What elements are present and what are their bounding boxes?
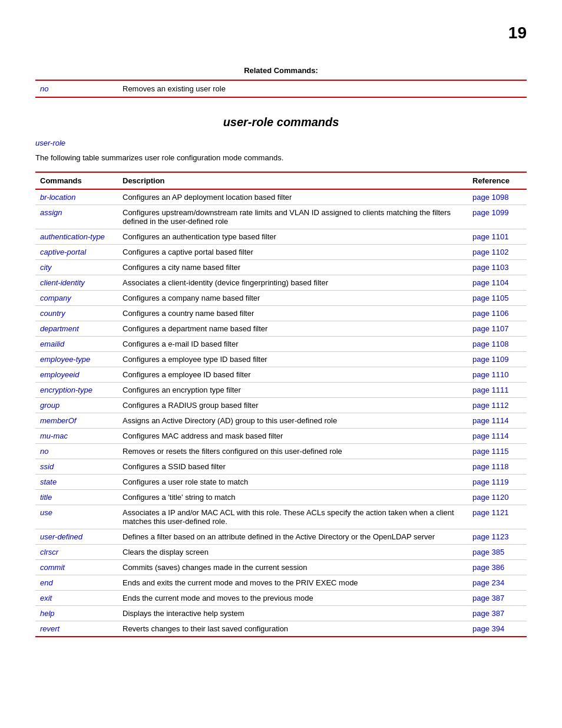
- desc-cell: Removes or resets the filters configured…: [118, 444, 468, 459]
- cmd-cell[interactable]: employeeid: [35, 367, 118, 383]
- ref-cell[interactable]: page 1123: [468, 529, 527, 545]
- related-commands-section: Related Commands: no Removes an existing…: [35, 66, 527, 98]
- desc-cell: Configures a SSID based filter: [118, 459, 468, 475]
- cmd-cell[interactable]: ssid: [35, 459, 118, 475]
- cmd-cell[interactable]: client-identity: [35, 275, 118, 291]
- cmd-cell[interactable]: employee-type: [35, 352, 118, 367]
- desc-cell: Associates a IP and/or MAC ACL with this…: [118, 505, 468, 529]
- table-row: title Configures a 'title' string to mat…: [35, 490, 527, 505]
- desc-cell: Configures upstream/downstream rate limi…: [118, 205, 468, 229]
- desc-cell: Configures a e-mail ID based filter: [118, 337, 468, 352]
- ref-cell[interactable]: page 1109: [468, 352, 527, 367]
- desc-cell: Associates a client-identity (device fin…: [118, 275, 468, 291]
- related-commands-title: Related Commands:: [35, 66, 527, 75]
- ref-cell[interactable]: page 1114: [468, 413, 527, 429]
- cmd-cell[interactable]: captive-portal: [35, 245, 118, 260]
- ref-cell[interactable]: page 385: [468, 545, 527, 560]
- cmd-cell[interactable]: company: [35, 291, 118, 306]
- ref-cell[interactable]: page 1115: [468, 444, 527, 459]
- desc-cell: Defines a filter based on an attribute d…: [118, 529, 468, 545]
- table-row: memberOf Assigns an Active Directory (AD…: [35, 413, 527, 429]
- ref-cell[interactable]: page 1119: [468, 475, 527, 490]
- table-row: country Configures a country name based …: [35, 306, 527, 321]
- cmd-cell[interactable]: user-defined: [35, 529, 118, 545]
- cmd-cell[interactable]: memberOf: [35, 413, 118, 429]
- cmd-cell[interactable]: group: [35, 398, 118, 413]
- table-row: employee-type Configures a employee type…: [35, 352, 527, 367]
- ref-cell[interactable]: page 1114: [468, 429, 527, 444]
- desc-cell: Configures a department name based filte…: [118, 321, 468, 337]
- cmd-cell[interactable]: department: [35, 321, 118, 337]
- cmd-cell[interactable]: encryption-type: [35, 383, 118, 398]
- desc-cell: Configures an AP deployment location bas…: [118, 189, 468, 205]
- cmd-cell[interactable]: authentication-type: [35, 229, 118, 245]
- cmd-cell[interactable]: city: [35, 260, 118, 275]
- ref-cell[interactable]: page 1120: [468, 490, 527, 505]
- desc-cell: Configures a user role state to match: [118, 475, 468, 490]
- ref-cell[interactable]: page 1105: [468, 291, 527, 306]
- ref-cell[interactable]: page 387: [468, 591, 527, 606]
- ref-cell[interactable]: page 1107: [468, 321, 527, 337]
- cmd-cell[interactable]: end: [35, 575, 118, 591]
- cmd-cell[interactable]: title: [35, 490, 118, 505]
- cmd-cell[interactable]: commit: [35, 560, 118, 575]
- table-row: company Configures a company name based …: [35, 291, 527, 306]
- table-row: captive-portal Configures a captive port…: [35, 245, 527, 260]
- cmd-cell[interactable]: country: [35, 306, 118, 321]
- cmd-cell[interactable]: br-location: [35, 189, 118, 205]
- desc-cell: Configures a company name based filter: [118, 291, 468, 306]
- table-row: exit Ends the current mode and moves to …: [35, 591, 527, 606]
- section-title: user-role commands: [35, 116, 527, 129]
- table-row: commit Commits (saves) changes made in t…: [35, 560, 527, 575]
- table-row: user-defined Defines a filter based on a…: [35, 529, 527, 545]
- cmd-cell[interactable]: exit: [35, 591, 118, 606]
- col-header-reference: Reference: [468, 172, 527, 189]
- cmd-cell[interactable]: state: [35, 475, 118, 490]
- ref-cell[interactable]: page 1110: [468, 367, 527, 383]
- table-row: city Configures a city name based filter…: [35, 260, 527, 275]
- subsection-link[interactable]: user-role: [35, 139, 527, 147]
- table-row: encryption-type Configures an encryption…: [35, 383, 527, 398]
- cmd-cell[interactable]: use: [35, 505, 118, 529]
- ref-cell[interactable]: page 1101: [468, 229, 527, 245]
- ref-cell[interactable]: page 1106: [468, 306, 527, 321]
- ref-cell[interactable]: page 1099: [468, 205, 527, 229]
- ref-cell[interactable]: page 1111: [468, 383, 527, 398]
- table-row: br-location Configures an AP deployment …: [35, 189, 527, 205]
- desc-cell: Configures a RADIUS group based filter: [118, 398, 468, 413]
- desc-cell: Configures MAC address and mask based fi…: [118, 429, 468, 444]
- ref-cell[interactable]: page 234: [468, 575, 527, 591]
- ref-cell[interactable]: page 394: [468, 621, 527, 637]
- table-row: assign Configures upstream/downstream ra…: [35, 205, 527, 229]
- desc-cell: Configures an authentication type based …: [118, 229, 468, 245]
- table-row: emailid Configures a e-mail ID based fil…: [35, 337, 527, 352]
- ref-cell[interactable]: page 1121: [468, 505, 527, 529]
- ref-cell[interactable]: page 1118: [468, 459, 527, 475]
- ref-cell[interactable]: page 1112: [468, 398, 527, 413]
- cmd-cell[interactable]: clrscr: [35, 545, 118, 560]
- ref-cell[interactable]: page 1104: [468, 275, 527, 291]
- ref-cell[interactable]: page 1108: [468, 337, 527, 352]
- ref-cell[interactable]: page 1102: [468, 245, 527, 260]
- desc-cell: Assigns an Active Directory (AD) group t…: [118, 413, 468, 429]
- related-commands-table: no Removes an existing user role: [35, 80, 527, 98]
- cmd-cell[interactable]: assign: [35, 205, 118, 229]
- cmd-cell[interactable]: revert: [35, 621, 118, 637]
- ref-cell[interactable]: page 1103: [468, 260, 527, 275]
- desc-cell: Reverts changes to their last saved conf…: [118, 621, 468, 637]
- cmd-cell[interactable]: help: [35, 606, 118, 621]
- desc-cell: Configures an encryption type filter: [118, 383, 468, 398]
- cmd-cell[interactable]: emailid: [35, 337, 118, 352]
- ref-cell[interactable]: page 387: [468, 606, 527, 621]
- desc-cell: Configures a employee ID based filter: [118, 367, 468, 383]
- col-header-commands: Commands: [35, 172, 118, 189]
- commands-table: Commands Description Reference br-locati…: [35, 172, 527, 637]
- related-cmd[interactable]: no: [35, 80, 118, 97]
- ref-cell[interactable]: page 1098: [468, 189, 527, 205]
- ref-cell[interactable]: page 386: [468, 560, 527, 575]
- cmd-cell[interactable]: mu-mac: [35, 429, 118, 444]
- cmd-cell[interactable]: no: [35, 444, 118, 459]
- table-row: help Displays the interactive help syste…: [35, 606, 527, 621]
- intro-text: The following table summarizes user role…: [35, 153, 527, 162]
- table-row: department Configures a department name …: [35, 321, 527, 337]
